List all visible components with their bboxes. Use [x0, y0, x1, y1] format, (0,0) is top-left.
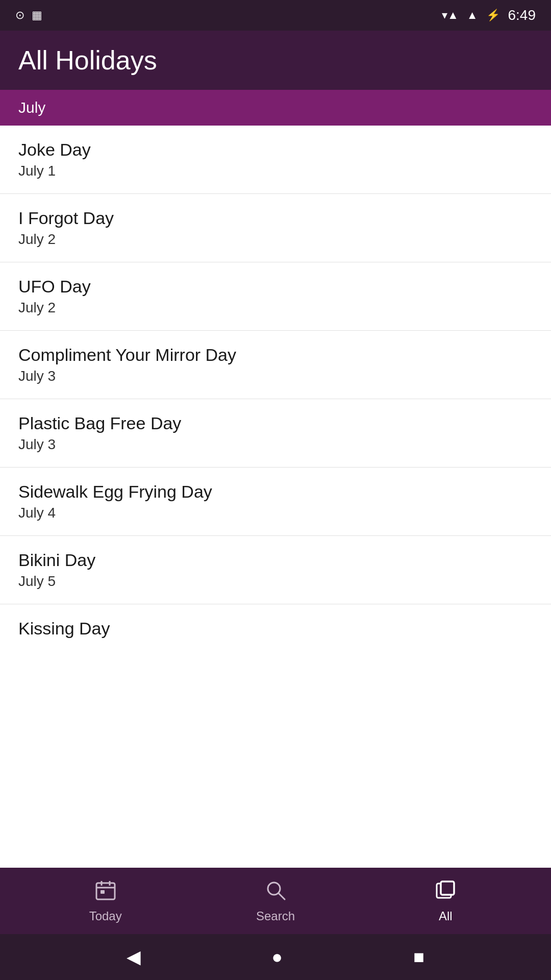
status-bar-left: ⊙ ▦ — [15, 9, 42, 22]
nav-item-today[interactable]: Today — [65, 879, 146, 923]
page-title: All Holidays — [18, 45, 533, 76]
android-navigation-bar: ◀ ● ■ — [0, 934, 551, 980]
holiday-date: July 3 — [18, 436, 533, 453]
battery-icon: ⚡ — [486, 9, 500, 22]
list-item[interactable]: Sidewalk Egg Frying Day July 4 — [0, 468, 551, 536]
holiday-date: July 3 — [18, 368, 533, 384]
list-item[interactable]: Joke Day July 1 — [0, 126, 551, 194]
search-icon — [264, 879, 287, 905]
svg-rect-8 — [441, 881, 454, 895]
all-icon — [434, 879, 457, 905]
holiday-name: Plastic Bag Free Day — [18, 413, 533, 433]
nav-item-search[interactable]: Search — [235, 879, 316, 923]
nav-label-today: Today — [89, 909, 122, 923]
home-button[interactable]: ● — [271, 946, 283, 968]
svg-rect-0 — [96, 883, 115, 899]
nav-label-search: Search — [256, 909, 295, 923]
month-section-header: July — [0, 90, 551, 126]
bottom-navigation: Today Search All — [0, 868, 551, 934]
holiday-date: July 1 — [18, 163, 533, 179]
holiday-name: Sidewalk Egg Frying Day — [18, 482, 533, 502]
nav-label-all: All — [439, 909, 453, 923]
holiday-date: July 5 — [18, 573, 533, 590]
svg-rect-4 — [101, 890, 105, 894]
list-item[interactable]: I Forgot Day July 2 — [0, 194, 551, 262]
sim-icon: ▦ — [32, 9, 42, 22]
month-label: July — [18, 99, 45, 116]
holiday-date: July 4 — [18, 505, 533, 521]
today-icon — [94, 879, 117, 905]
status-bar: ⊙ ▦ ▾▲ ▲ ⚡ 6:49 — [0, 0, 551, 31]
holiday-name: Compliment Your Mirror Day — [18, 345, 533, 365]
svg-line-6 — [279, 893, 285, 899]
holiday-date: July 2 — [18, 231, 533, 248]
holiday-name: Bikini Day — [18, 550, 533, 570]
recent-button[interactable]: ■ — [413, 946, 424, 968]
status-time: 6:49 — [508, 7, 536, 23]
camera-icon: ⊙ — [15, 9, 24, 22]
list-item[interactable]: Bikini Day July 5 — [0, 536, 551, 604]
holiday-name: Kissing Day — [18, 619, 533, 639]
wifi-icon: ▾▲ — [442, 9, 459, 22]
holiday-date: July 2 — [18, 300, 533, 316]
holiday-name: Joke Day — [18, 140, 533, 160]
signal-icon: ▲ — [467, 9, 478, 22]
holiday-name: UFO Day — [18, 277, 533, 297]
status-bar-right: ▾▲ ▲ ⚡ 6:49 — [442, 7, 536, 23]
nav-item-all[interactable]: All — [405, 879, 486, 923]
list-item[interactable]: UFO Day July 2 — [0, 262, 551, 331]
holiday-list: Joke Day July 1 I Forgot Day July 2 UFO … — [0, 126, 551, 868]
app-header: All Holidays — [0, 31, 551, 90]
list-item[interactable]: Plastic Bag Free Day July 3 — [0, 399, 551, 468]
holiday-name: I Forgot Day — [18, 208, 533, 228]
list-item[interactable]: Compliment Your Mirror Day July 3 — [0, 331, 551, 399]
back-button[interactable]: ◀ — [127, 946, 141, 968]
list-item-partial[interactable]: Kissing Day — [0, 604, 551, 644]
